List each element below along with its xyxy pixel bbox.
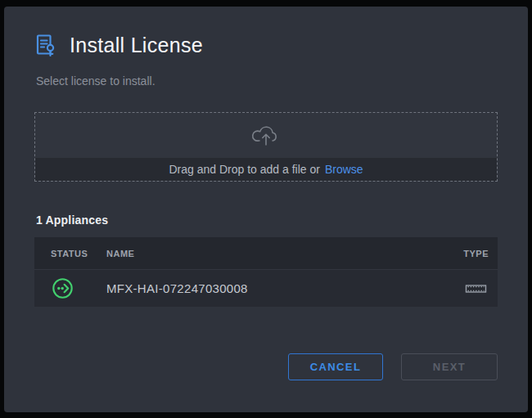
dialog-subtitle: Select license to install.: [36, 74, 156, 88]
page-title: Install License: [70, 34, 203, 57]
cloud-upload-icon: [251, 124, 281, 146]
file-dropzone[interactable]: Drag and Drop to add a file or Browse: [34, 112, 498, 182]
license-icon: [35, 34, 57, 57]
dialog-header: Install License: [35, 34, 203, 57]
table-row[interactable]: MFX-HAI-072247030008: [34, 270, 498, 307]
table-header-row: STATUS NAME TYPE: [34, 237, 498, 270]
install-license-dialog: Install License Select license to instal…: [4, 7, 528, 412]
column-header-status: STATUS: [51, 249, 90, 258]
dropzone-upload-area: [35, 113, 497, 158]
dropzone-text: Drag and Drop to add a file or: [169, 163, 319, 176]
status-cell: [52, 277, 90, 299]
cancel-button[interactable]: CANCEL: [288, 353, 383, 380]
column-header-type: TYPE: [463, 249, 489, 258]
type-cell: [465, 283, 487, 294]
browse-link[interactable]: Browse: [325, 163, 363, 176]
status-connected-icon: [52, 277, 74, 299]
appliances-count-label: 1 Appliances: [36, 213, 108, 227]
next-button[interactable]: NEXT: [401, 353, 498, 380]
dropzone-caption: Drag and Drop to add a file or Browse: [35, 158, 497, 181]
appliance-name: MFX-HAI-072247030008: [106, 281, 465, 295]
column-header-name: NAME: [106, 249, 463, 258]
appliances-table: STATUS NAME TYPE MFX-HAI-072247030008: [34, 237, 498, 307]
appliance-type-icon: [465, 283, 487, 294]
dialog-footer: CANCEL NEXT: [288, 353, 498, 380]
